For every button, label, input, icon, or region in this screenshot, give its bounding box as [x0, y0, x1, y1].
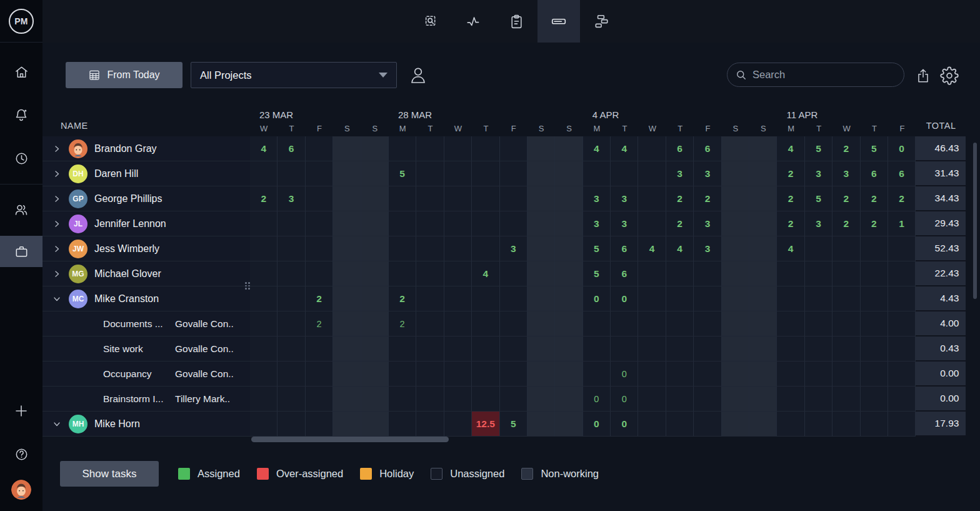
grid-cell[interactable]: [361, 387, 389, 412]
grid-cell[interactable]: [500, 286, 528, 311]
grid-cell[interactable]: [306, 186, 333, 211]
grid-cell[interactable]: [250, 261, 278, 286]
grid-cell[interactable]: 0: [583, 286, 611, 311]
grid-cell[interactable]: [361, 161, 389, 186]
grid-cell[interactable]: [777, 286, 804, 311]
grid-cell[interactable]: 3: [611, 186, 638, 211]
grid-cell[interactable]: 4: [777, 236, 804, 261]
grid-cell[interactable]: [832, 387, 860, 412]
grid-cell[interactable]: [805, 412, 832, 437]
expand-chevron-icon[interactable]: [53, 170, 61, 178]
sidebar-add-button[interactable]: [0, 393, 42, 428]
grid-cell[interactable]: [861, 387, 888, 412]
grid-cell[interactable]: [749, 286, 777, 311]
person-name-cell[interactable]: MG Michael Glover: [42, 261, 250, 286]
grid-cell[interactable]: [749, 161, 777, 186]
grid-cell[interactable]: 0: [583, 387, 611, 412]
grid-cell[interactable]: [861, 362, 888, 387]
grid-cell[interactable]: [472, 161, 499, 186]
grid-cell[interactable]: 5: [861, 136, 888, 161]
grid-cell[interactable]: [500, 161, 528, 186]
vertical-scrollbar[interactable]: [973, 143, 977, 299]
column-resize-handle[interactable]: [245, 282, 250, 290]
grid-cell[interactable]: [306, 362, 333, 387]
grid-cell[interactable]: [444, 311, 472, 336]
grid-cell[interactable]: [361, 412, 389, 437]
people-filter-button[interactable]: [407, 63, 429, 87]
grid-cell[interactable]: 2: [888, 186, 916, 211]
grid-cell[interactable]: 0: [611, 286, 638, 311]
grid-cell[interactable]: [861, 336, 888, 362]
grid-cell[interactable]: 4: [611, 136, 638, 161]
grid-cell[interactable]: [250, 211, 278, 236]
grid-cell[interactable]: [333, 412, 361, 437]
grid-cell[interactable]: [416, 412, 444, 437]
grid-cell[interactable]: [416, 387, 444, 412]
grid-cell[interactable]: [777, 336, 804, 362]
grid-cell[interactable]: [389, 236, 416, 261]
grid-cell[interactable]: [416, 136, 444, 161]
tool-zoom-area[interactable]: [410, 0, 452, 43]
grid-cell[interactable]: 5: [805, 186, 832, 211]
expand-chevron-icon[interactable]: [53, 220, 61, 228]
grid-cell[interactable]: [722, 211, 749, 236]
grid-cell[interactable]: [528, 136, 555, 161]
grid-cell[interactable]: 4: [472, 261, 499, 286]
grid-cell[interactable]: [694, 286, 721, 311]
grid-cell[interactable]: 2: [832, 186, 860, 211]
expand-chevron-icon[interactable]: [53, 145, 61, 153]
grid-cell[interactable]: [722, 387, 749, 412]
grid-cell[interactable]: [389, 136, 416, 161]
grid-cell[interactable]: [861, 261, 888, 286]
expand-chevron-icon[interactable]: [53, 420, 61, 428]
grid-cell[interactable]: [861, 311, 888, 336]
horizontal-scrollbar[interactable]: [251, 437, 449, 442]
grid-cell[interactable]: [666, 412, 694, 437]
grid-cell[interactable]: [638, 186, 666, 211]
grid-cell[interactable]: 2: [666, 211, 694, 236]
grid-cell[interactable]: [805, 286, 832, 311]
grid-cell[interactable]: [749, 412, 777, 437]
sidebar-item-notifications[interactable]: [0, 98, 42, 133]
app-logo[interactable]: PM: [0, 0, 42, 43]
grid-cell[interactable]: [528, 161, 555, 186]
sidebar-item-time[interactable]: [0, 141, 42, 176]
grid-cell[interactable]: [555, 186, 582, 211]
tool-timeline[interactable]: [580, 0, 622, 43]
grid-cell[interactable]: 6: [611, 236, 638, 261]
expand-chevron-icon[interactable]: [53, 195, 61, 203]
person-name-cell[interactable]: Brandon Gray: [42, 136, 250, 161]
grid-cell[interactable]: [528, 286, 555, 311]
grid-cell[interactable]: [555, 261, 582, 286]
grid-cell[interactable]: [722, 412, 749, 437]
grid-cell[interactable]: [333, 362, 361, 387]
grid-cell[interactable]: [250, 387, 278, 412]
grid-cell[interactable]: [416, 161, 444, 186]
grid-cell[interactable]: [278, 211, 305, 236]
grid-cell[interactable]: [333, 236, 361, 261]
grid-cell[interactable]: [361, 336, 389, 362]
from-today-button[interactable]: From Today: [66, 62, 182, 88]
grid-cell[interactable]: [444, 362, 472, 387]
grid-cell[interactable]: [389, 362, 416, 387]
grid-cell[interactable]: [472, 211, 499, 236]
grid-cell[interactable]: [444, 211, 472, 236]
grid-cell[interactable]: 5: [583, 261, 611, 286]
grid-cell[interactable]: [555, 311, 582, 336]
grid-cell[interactable]: [583, 362, 611, 387]
grid-cell[interactable]: [333, 211, 361, 236]
grid-cell[interactable]: [528, 387, 555, 412]
expand-chevron-icon[interactable]: [53, 295, 61, 303]
grid-cell[interactable]: [694, 362, 721, 387]
grid-cell[interactable]: [666, 286, 694, 311]
grid-cell[interactable]: [722, 336, 749, 362]
grid-cell[interactable]: [722, 236, 749, 261]
grid-cell[interactable]: [361, 261, 389, 286]
show-tasks-button[interactable]: Show tasks: [60, 461, 159, 487]
grid-cell[interactable]: [472, 362, 499, 387]
grid-cell[interactable]: [278, 311, 305, 336]
grid-cell[interactable]: [666, 311, 694, 336]
grid-cell[interactable]: [278, 412, 305, 437]
grid-cell[interactable]: [416, 311, 444, 336]
grid-cell[interactable]: 5: [500, 412, 528, 437]
